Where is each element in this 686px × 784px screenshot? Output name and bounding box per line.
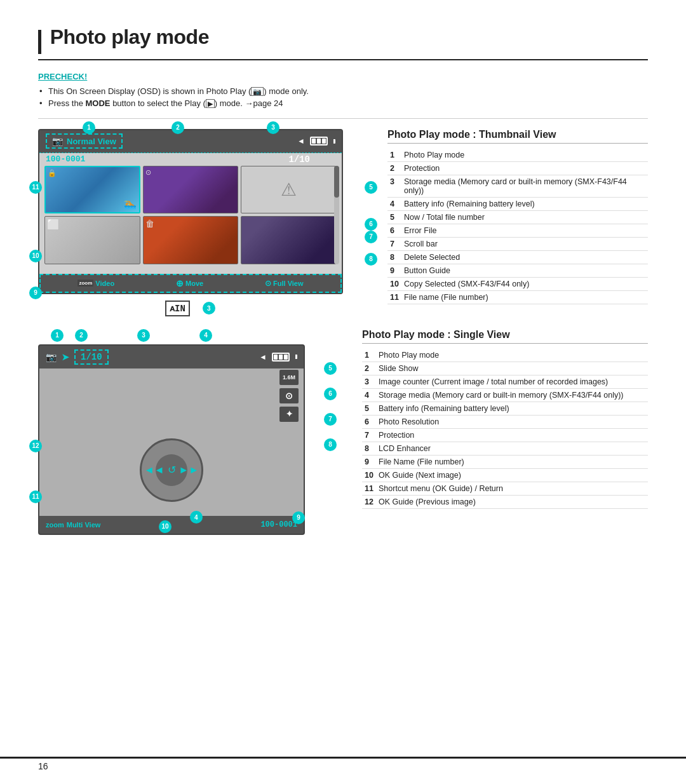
callout-7: 7 [365,231,377,243]
thumb-1: 🔒 🏊 [44,166,140,214]
callout-s12: 12 [29,440,42,452]
thumb-item-row: 9Button Guide [387,264,648,277]
single-right-icons: 1.6M ⊙ ✦ [279,370,299,422]
item-number: 8 [362,442,376,455]
callout-s8: 8 [324,438,337,451]
scrollbar[interactable] [334,166,339,264]
resolution-icon: 1.6M [279,370,299,385]
item-label: Scroll bar [401,237,648,250]
item-label: Shortcut menu (OK Guide) / Return [376,482,648,495]
battery-tip-s [295,355,297,359]
zoom-label-1: zoom [77,280,93,287]
single-item-row: 4Storage media (Memory card or built-in … [362,388,648,402]
bottom-video: zoom Video [77,280,114,287]
item-number: 9 [387,264,401,277]
single-bottom-left: zoom Multi View [46,521,100,529]
nav-circle[interactable]: ◄◄ ►► ↺ [140,438,203,502]
item-label: Photo Resolution [376,415,648,428]
page-line [0,757,686,759]
thumb-item-row: 2Protection [387,161,648,175]
thumb-2: ⊙ [143,166,239,214]
callout-s4: 4 [199,329,212,342]
callout-1: 1 [83,121,95,134]
in-badge-1: ᴀIN [165,301,190,316]
callout-s2: 2 [75,329,88,342]
callout-s11: 11 [29,490,42,503]
bottom-fullview: ⊙ Full View [265,279,303,288]
item-number: 4 [362,388,376,402]
scrollbar-handle[interactable] [334,166,339,198]
single-right-callouts: 5 6 7 8 [324,362,337,451]
battery-icon-single [272,353,290,362]
callout-s6: 6 [324,388,337,400]
item-number: 11 [387,290,401,304]
single-screen-area: 1 2 3 4 📷 ➤ 1/10 ◄ [38,329,343,533]
single-item-row: 12OK Guide (Previous image) [362,495,648,508]
single-item-row: 9File Name (File number) [362,455,648,468]
page-number: 16 [38,761,48,771]
item-label: Delete Selected [401,250,648,264]
item-number: 7 [362,428,376,442]
item-number: 3 [387,175,401,197]
battery-icon [310,137,328,145]
callout-s7: 7 [324,413,337,426]
thumb-6 [241,216,337,264]
thumbnail-info-panel: Photo Play mode : Thumbnail View 1Photo … [387,129,648,304]
storage-indicator-row: ᴀIN 3 [165,301,368,316]
callout-2: 2 [172,121,184,134]
item-number: 10 [362,468,376,482]
item-number: 11 [362,482,376,495]
thumb-item-row: 8Delete Selected [387,250,648,264]
single-screen: 📷 ➤ 1/10 ◄ 1.6M ⊙ ✦ [38,344,305,535]
single-item-row: 2Slide Show [362,362,648,375]
thumbnail-grid: 🔒 🏊 ⊙ ⚠ ⬜ 🗑 [44,166,337,264]
item-label: LCD Enhancer [376,442,648,455]
lcd-enhancer-icon: ✦ [279,407,299,422]
single-item-row: 5Battery info (Remaining battery level) [362,402,648,415]
zoom-label-single: zoom [46,521,64,529]
bullet-item-1: This On Screen Display (OSD) is shown in… [38,86,648,96]
thumb-item-row: 4Battery info (Remaining battery level) [387,197,648,210]
bullet-item-2: Press the MODE button to select the Play… [38,98,648,108]
thumbnail-screen: 📷 Normal View ◄ 100-00 [38,129,343,294]
callout-8: 8 [365,253,377,266]
item-number: 1 [362,349,376,362]
thumbnail-view-section: 1 2 3 📷 Normal View ◄ [38,129,648,316]
page-title-section: Photo play mode [38,25,648,60]
thumb-item-row: 1Photo Play mode [387,149,648,162]
item-label: Battery info (Remaining battery level) [401,197,648,210]
item-label: Storage media (Memory card or built-in m… [376,388,648,402]
single-counter: 1/10 [74,349,109,365]
single-battery: ◄ [259,353,297,362]
nav-arrows: ◄◄ ►► [142,464,201,476]
thumb-5: 🗑 [143,216,239,264]
callout-s1: 1 [51,329,64,342]
osd-filename: 100-0001 [46,154,85,164]
single-osd-top: 📷 ➤ 1/10 ◄ [39,346,304,368]
warning-icon: ⚠ [281,179,297,200]
battery-tip [333,139,335,144]
single-bottom-bar: zoom Multi View 100-0001 [39,516,304,534]
single-item-row: 11Shortcut menu (OK Guide) / Return [362,482,648,495]
item-label: File Name (File number) [376,455,648,468]
thumb-3: ⚠ [241,166,337,214]
callout-3-storage: 3 [203,302,215,314]
left-arrow-icon: ◄ [297,137,305,145]
prev-arrow: ◄◄ [144,464,165,476]
item-label: Error File [401,224,648,237]
bottom-move: ⊕ Move [176,278,203,288]
delete-icon: 🗑 [145,219,154,229]
item-label: Now / Total file number [401,210,648,224]
item-number: 5 [362,402,376,415]
battery-cell-1 [312,139,316,144]
battery-cell-3 [322,139,326,144]
precheck-section: PRECHECK! This On Screen Display (OSD) i… [38,72,648,119]
thumbnail-items-table: 1Photo Play mode2Protection3Storage medi… [387,149,648,304]
item-number: 3 [362,375,376,388]
thumb-item-row: 7Scroll bar [387,237,648,250]
osd-right-icons: ◄ [297,137,335,145]
thumb-item-row: 5Now / Total file number [387,210,648,224]
item-label: Photo Play mode [376,349,648,362]
item-number: 5 [387,210,401,224]
item-label: Protection [401,161,648,175]
